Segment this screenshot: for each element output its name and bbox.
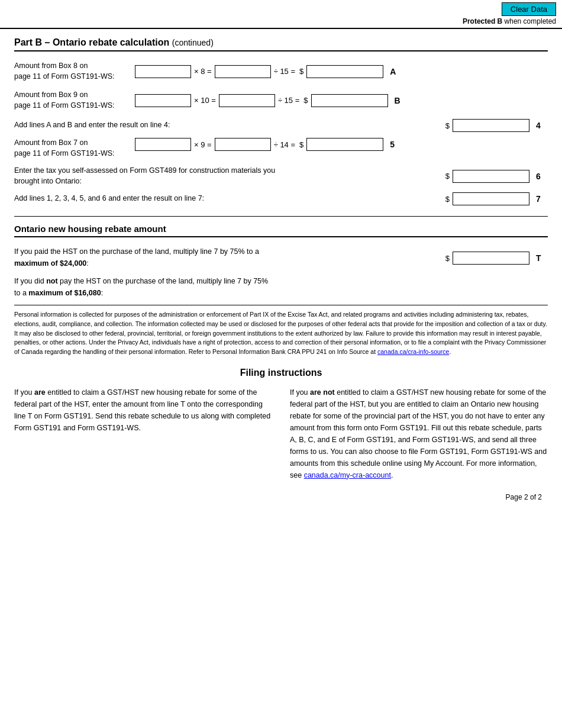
row-6: Enter the tax you self-assessed on Form …	[14, 166, 548, 186]
filing-right-post2: .	[391, 471, 393, 479]
row-b-input1[interactable]	[135, 94, 191, 107]
ontario-t-label: T	[536, 253, 548, 263]
row-5-label: Amount from Box 7 on page 11 of Form GST…	[14, 138, 133, 159]
privacy-link-end: .	[449, 348, 451, 355]
row-b-dollar: $	[303, 96, 308, 105]
row-7-num: 7	[536, 194, 548, 204]
filing-right-col: If you are not entitled to claim a GST/H…	[290, 386, 548, 481]
ontario-housing-grid: If you paid the HST on the purchase of t…	[14, 246, 548, 299]
row-5-dollar: $	[299, 140, 303, 149]
filing-title: Filing instructions	[14, 368, 548, 378]
ontario-housing-right: $ T	[444, 252, 548, 265]
row-6-right: $ 6	[444, 170, 548, 183]
row-6-desc: Enter the tax you self-assessed on Form …	[14, 166, 442, 186]
main-content: Part B – Ontario rebate calculation (con…	[0, 29, 562, 510]
row-b-line-label: B	[395, 96, 406, 105]
part-b-continued: (continued)	[172, 38, 214, 47]
row-b-op1: × 10 =	[194, 96, 216, 105]
row-a-op2: ÷ 15 =	[274, 67, 295, 76]
ontario-para2: If you did not pay the HST on the purcha…	[14, 275, 432, 299]
row-a-op1: × 8 =	[194, 67, 212, 76]
page-number: Page 2 of 2	[14, 493, 548, 501]
ontario-housing-title: Ontario new housing rebate amount	[14, 224, 548, 237]
filing-link[interactable]: canada.ca/my-cra-account	[304, 471, 391, 479]
row-4-input[interactable]	[453, 119, 529, 132]
row-5-op1: × 9 =	[194, 140, 212, 149]
row-5-num: 5	[390, 140, 402, 149]
row-b-input2[interactable]	[219, 94, 275, 107]
row-b-op2: ÷ 15 =	[278, 96, 299, 105]
ontario-para2-bold2: maximum of $16,080	[28, 289, 101, 297]
filing-right-bold: are not	[310, 388, 335, 397]
row-7-dollar: $	[445, 195, 450, 204]
row-4-right: $ 4	[444, 119, 548, 132]
row-5-input2[interactable]	[215, 138, 271, 151]
ontario-dollar: $	[445, 254, 450, 263]
row-7-right: $ 7	[444, 192, 548, 205]
row-6-dollar: $	[445, 172, 450, 181]
header-right: Clear Data Protected B when completed	[463, 2, 556, 25]
row-a-input1[interactable]	[135, 65, 191, 78]
row-a-input2[interactable]	[215, 65, 271, 78]
row-a-input3[interactable]	[306, 65, 383, 78]
row-4: Add lines A and B and enter the result o…	[14, 119, 548, 132]
row-7: Add lines 1, 2, 3, 4, 5, and 6 and enter…	[14, 192, 548, 205]
row-6-input[interactable]	[453, 170, 529, 183]
divider-1	[14, 216, 548, 217]
part-b-title: Part B – Ontario rebate calculation (con…	[14, 37, 548, 51]
row-6-num: 6	[536, 172, 548, 181]
row-b-input3[interactable]	[311, 94, 388, 107]
row-5: Amount from Box 7 on page 11 of Form GST…	[14, 138, 548, 159]
continued-text: (continued)	[172, 38, 214, 47]
row-5-op2: ÷ 14 =	[274, 140, 295, 149]
protected-bold: Protected B	[463, 17, 502, 25]
row-4-desc: Add lines A and B and enter the result o…	[14, 120, 442, 131]
ontario-t-input[interactable]	[453, 252, 529, 265]
protected-label: Protected B when completed	[463, 17, 556, 25]
row-b-label: Amount from Box 9 on page 11 of Form GST…	[14, 90, 133, 111]
row-a-line-label: A	[390, 67, 402, 76]
row-4-num: 4	[536, 121, 548, 130]
privacy-notice: Personal information is collected for pu…	[14, 305, 548, 357]
row-b-inputs: × 10 = ÷ 15 = $ B	[135, 94, 406, 107]
row-a-label: Amount from Box 8 on page 11 of Form GST…	[14, 61, 133, 82]
privacy-link[interactable]: canada.ca/cra-info-source	[377, 348, 449, 355]
privacy-text: Personal information is collected for pu…	[14, 311, 547, 355]
ontario-para1-bold: maximum of $24,000	[14, 259, 86, 268]
row-7-desc: Add lines 1, 2, 3, 4, 5, and 6 and enter…	[14, 194, 442, 204]
row-5-input1[interactable]	[135, 138, 191, 151]
row-a-inputs: × 8 = ÷ 15 = $ A	[135, 65, 402, 78]
row-a: Amount from Box 8 on page 11 of Form GST…	[14, 61, 548, 82]
row-7-input[interactable]	[453, 192, 529, 205]
row-5-inputs: × 9 = ÷ 14 = $ 5	[135, 138, 548, 151]
filing-left-post: entitled to claim a GST/HST new housing …	[14, 388, 270, 432]
filing-left-col: If you are entitled to claim a GST/HST n…	[14, 386, 272, 481]
ontario-para2-bold: not	[46, 277, 57, 285]
filing-right-post1: entitled to claim a GST/HST new housing …	[290, 388, 547, 479]
clear-data-button[interactable]: Clear Data	[502, 2, 556, 16]
filing-cols: If you are entitled to claim a GST/HST n…	[14, 386, 548, 481]
part-b-title-text: Part B – Ontario rebate calculation	[14, 37, 169, 47]
header: Clear Data Protected B when completed	[0, 0, 562, 29]
row-5-input3[interactable]	[306, 138, 383, 151]
ontario-para1: If you paid the HST on the purchase of t…	[14, 246, 432, 269]
row-b: Amount from Box 9 on page 11 of Form GST…	[14, 90, 548, 111]
protected-suffix: when completed	[502, 17, 556, 25]
row-4-dollar: $	[445, 121, 450, 130]
ontario-housing-left: If you paid the HST on the purchase of t…	[14, 246, 432, 299]
filing-left-bold: are	[34, 388, 46, 397]
row-a-dollar: $	[299, 67, 303, 76]
